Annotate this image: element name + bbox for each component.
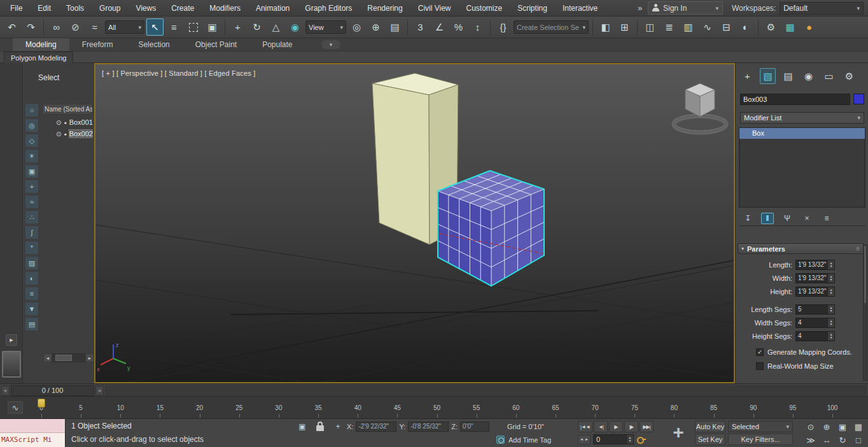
object-name-field[interactable]: Box003	[740, 94, 850, 105]
display-tab[interactable]: ▭	[821, 68, 837, 84]
select-and-move-icon[interactable]: +	[229, 18, 246, 36]
menu-item-civil-view[interactable]: Civil View	[410, 0, 459, 16]
frame-range-display[interactable]: 0 / 100	[11, 385, 94, 396]
bind-to-space-warp-icon[interactable]: ≈	[86, 18, 103, 36]
percent-snap-icon[interactable]: %	[450, 18, 467, 36]
maxscript-mini-listener[interactable]: MAXScript Mi	[0, 419, 66, 447]
spinner-icon[interactable]: ▴▾	[827, 305, 834, 314]
spinner-snap-icon[interactable]: ↕	[469, 18, 486, 36]
list-view-icon[interactable]: ≡	[25, 287, 38, 300]
zoom-icon[interactable]: ⊙	[803, 420, 818, 433]
pan-view-icon[interactable]: ↔	[819, 434, 834, 446]
spinner-down-icon[interactable]: ▾	[830, 265, 832, 268]
explorer-options-icon[interactable]: ▤	[25, 318, 38, 330]
go-to-start-button[interactable]: |◄◄	[578, 421, 592, 432]
go-to-end-button[interactable]: ▶▶|	[640, 421, 654, 432]
undo-icon[interactable]: ↶	[3, 18, 20, 36]
menu-item-rendering[interactable]: Rendering	[360, 0, 410, 16]
menu-item-views[interactable]: Views	[128, 0, 164, 16]
parameter-field-height-segs[interactable]: 4▴▾	[795, 331, 835, 341]
utilities-tab[interactable]: ⚙	[841, 68, 857, 84]
show-end-result-icon[interactable]: ‖	[761, 213, 774, 224]
display-bones-icon[interactable]: ∫	[25, 226, 38, 239]
menu-item-file[interactable]: File	[3, 0, 30, 16]
reference-coordinate-dropdown[interactable]: View▾	[305, 20, 346, 34]
remove-modifier-icon[interactable]: ×	[801, 213, 813, 224]
isolate-selection-icon[interactable]: ▣	[297, 422, 308, 432]
display-materials-icon[interactable]: ◐	[25, 272, 38, 285]
key-step-icons[interactable]: ◄ ►	[578, 435, 591, 444]
select-object-icon[interactable]: ↖	[146, 18, 164, 36]
menu-item-edit[interactable]: Edit	[30, 0, 59, 16]
spinner-icon[interactable]: ▴▾	[827, 332, 834, 341]
scroll-right-icon[interactable]: ►	[85, 353, 94, 362]
named-selection-set-dropdown[interactable]: Create Selection Se▾	[514, 20, 589, 34]
object-color-swatch[interactable]	[853, 94, 864, 104]
unlink-selection-icon[interactable]: ⊘	[67, 18, 84, 36]
zoom-all-icon[interactable]: ⊕	[819, 420, 834, 433]
key-selection-set-dropdown[interactable]: Selected ▾	[728, 421, 793, 432]
angle-snap-icon[interactable]: ∠	[431, 18, 448, 36]
next-frame-button[interactable]: |▶	[624, 421, 638, 432]
select-and-link-icon[interactable]: ∞	[48, 18, 65, 36]
spinner-down-icon[interactable]: ▾	[830, 336, 832, 339]
previous-frame-button[interactable]: ◄|	[594, 421, 608, 432]
display-cameras-icon[interactable]: ▣	[25, 165, 38, 178]
display-geometry-icon[interactable]: ◎	[25, 119, 38, 132]
play-button[interactable]: ▶	[609, 421, 623, 432]
panel-scrollbar[interactable]	[863, 245, 867, 381]
select-and-rotate-icon[interactable]: ↻	[248, 18, 265, 36]
spinner-down-icon[interactable]: ▾	[830, 309, 832, 313]
set-key-button[interactable]: Set Key	[695, 434, 725, 445]
spinner-down-icon[interactable]: ▾	[830, 323, 832, 326]
selection-filter-dropdown[interactable]: All▾	[105, 20, 144, 34]
redo-icon[interactable]: ↷	[22, 18, 39, 36]
ribbon-tab-modeling[interactable]: Modeling	[13, 38, 69, 51]
coord-x-field[interactable]: -2'9 22/32"	[356, 422, 396, 432]
hierarchy-tab[interactable]: ▤	[780, 68, 796, 84]
configure-modifier-sets-icon[interactable]: ≡	[820, 213, 833, 224]
zoom-extents-icon[interactable]: ▣	[835, 420, 850, 433]
maxscript-text[interactable]: MAXScript Mi	[0, 433, 65, 447]
menu-item-modifiers[interactable]: Modifiers	[202, 0, 248, 16]
visibility-eye-icon[interactable]: ⊙	[56, 119, 61, 126]
spinner-down-icon[interactable]: ▾	[629, 439, 631, 443]
menu-item-graph-editors[interactable]: Graph Editors	[297, 0, 360, 16]
explorer-column-header[interactable]: Name (Sorted Ascending)	[42, 104, 93, 115]
display-hidden-icon[interactable]: ▨	[25, 257, 38, 269]
select-and-manipulate-icon[interactable]: ⊕	[367, 18, 384, 36]
subtab-polygon-modeling[interactable]: Polygon Modeling	[4, 52, 73, 63]
render-setup-icon[interactable]: ⚙	[762, 18, 780, 36]
select-and-scale-icon[interactable]: △	[267, 18, 284, 36]
toggle-layer-explorer-icon[interactable]: ≣	[661, 18, 678, 36]
previous-frame-arrow[interactable]: <	[1, 386, 10, 395]
menu-item-create[interactable]: Create	[164, 0, 202, 16]
parameter-field-height[interactable]: 1'9 13/32"▴▾	[795, 287, 835, 297]
display-helpers-icon[interactable]: +	[25, 180, 38, 193]
add-time-tag[interactable]: Add Time Tag	[496, 436, 551, 444]
spinner-icon[interactable]: ▴▾	[827, 318, 834, 327]
select-and-place-icon[interactable]: ◉	[286, 18, 304, 36]
navigation-cross-icon[interactable]: +	[667, 420, 690, 444]
schematic-view-icon[interactable]: ⊟	[718, 18, 735, 36]
modifier-stack[interactable]: Box	[739, 127, 865, 208]
edit-named-selection-sets-icon[interactable]: {}	[494, 18, 512, 36]
absolute-offset-mode-icon[interactable]: +	[332, 422, 344, 432]
ribbon-tab-populate[interactable]: Populate	[249, 38, 305, 51]
pick-mode-icon[interactable]: ▼	[25, 302, 38, 315]
maximize-viewport-toggle-icon[interactable]: □	[851, 434, 866, 446]
select-by-name-icon[interactable]: ≡	[165, 18, 183, 36]
scroll-track[interactable]	[52, 353, 85, 362]
ribbon-tab-object-paint[interactable]: Object Paint	[183, 38, 249, 51]
orbit-icon[interactable]: ↻	[835, 434, 850, 446]
display-particles-icon[interactable]: ∴	[25, 211, 38, 223]
track-bar-lane[interactable]	[106, 386, 866, 395]
display-all-icon[interactable]: ○	[25, 104, 38, 117]
step-forward-icon[interactable]: ►	[585, 437, 589, 441]
next-frame-arrow[interactable]: >	[95, 386, 104, 395]
window-crossing-toggle-icon[interactable]: ▣	[204, 18, 221, 36]
menu-item-customize[interactable]: Customize	[459, 0, 510, 16]
current-frame-field[interactable]: 0 ▴ ▾	[593, 434, 634, 444]
parameter-field-length-segs[interactable]: 5▴▾	[795, 304, 835, 315]
sign-in-button[interactable]: Sign In ▾	[648, 1, 723, 15]
